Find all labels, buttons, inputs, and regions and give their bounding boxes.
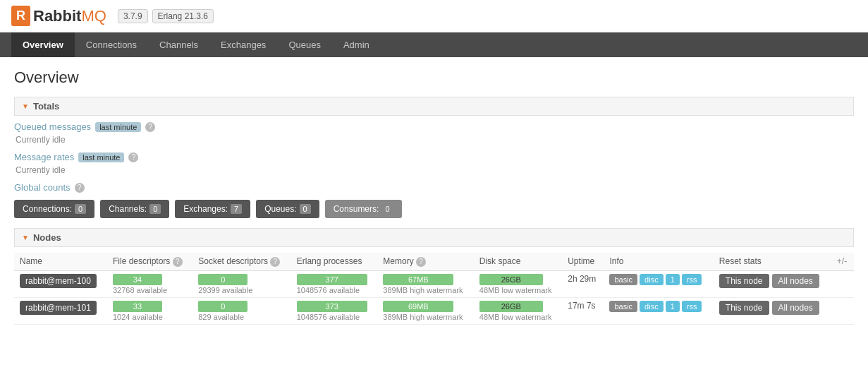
message-rates-badge[interactable]: last minute [78,152,124,162]
disk-value: 26GB [479,301,543,312]
erlang-sub: 1048576 available [297,286,372,294]
erlang-sub: 1048576 available [297,313,372,321]
file-desc-help[interactable]: ? [173,257,183,267]
channels-counter[interactable]: Channels: 0 [100,200,169,218]
queued-help[interactable]: ? [145,122,155,132]
queues-label: Queues: [264,204,296,214]
erlang-value: 373 [297,301,367,312]
badge-rss[interactable]: rss [682,301,702,312]
socket-desc-cell: 0829 available [192,297,291,324]
content: Overview ▼ Totals Queued messages last m… [0,57,868,336]
badge-rss[interactable]: rss [682,274,702,285]
nav-overview[interactable]: Overview [11,32,75,57]
erlang-value: 377 [297,274,367,285]
socket-desc-value: 0 [198,301,247,312]
queued-badge[interactable]: last minute [95,122,141,132]
memory-help[interactable]: ? [416,257,426,267]
reset-this-node[interactable]: This node [719,301,769,315]
col-disk: Disk space [474,253,562,270]
reset-cell: This nodeAll nodes [714,297,831,324]
node-name: rabbit@mem-101 [20,301,97,315]
totals-arrow: ▼ [22,102,29,110]
global-counts-help[interactable]: ? [75,183,85,193]
queues-counter[interactable]: Queues: 0 [256,200,319,218]
logo-rabbit: Rabbit [33,7,81,25]
badge-disc[interactable]: disc [640,301,664,312]
file-desc-sub: 1024 available [113,313,187,321]
node-name: rabbit@mem-100 [20,274,97,288]
reset-all-nodes[interactable]: All nodes [772,274,819,288]
queued-messages-row: Queued messages last minute ? [14,121,854,132]
disk-value: 26GB [479,274,543,285]
nodes-section-header: ▼ Nodes [14,228,854,247]
disk-sub: 48MB low watermark [479,313,556,321]
plusminus-cell [831,297,854,324]
logo-text: RabbitMQ [33,7,106,25]
badge-basic[interactable]: basic [609,301,637,312]
col-reset: Reset stats [714,253,831,270]
badge-num[interactable]: 1 [666,301,680,312]
version-badge: 3.7.9 [118,9,148,23]
message-rates-label: Message rates [14,152,74,162]
logo-mq: MQ [81,7,106,25]
queued-messages-label: Queued messages [14,121,91,132]
consumers-count: 0 [381,204,393,214]
consumers-label: Consumers: [334,204,379,214]
erlang-cell: 3771048576 available [291,270,378,297]
badge-disc[interactable]: disc [640,274,664,285]
uptime-cell: 17m 7s [562,297,604,324]
connections-counter[interactable]: Connections: 0 [14,200,94,218]
disk-cell: 26GB48MB low watermark [474,297,562,324]
exchanges-count: 7 [231,204,242,214]
erlang-badge: Erlang 21.3.6 [152,9,214,23]
connections-label: Connections: [23,204,72,214]
counter-buttons: Connections: 0 Channels: 0 Exchanges: 7 … [14,200,854,218]
file-desc-sub: 32768 available [113,286,187,294]
message-rates-row: Message rates last minute ? [14,152,854,162]
nav-admin[interactable]: Admin [332,32,381,57]
nav-queues[interactable]: Queues [277,32,332,57]
disk-sub: 48MB low watermark [479,286,556,294]
exchanges-counter[interactable]: Exchanges: 7 [175,200,250,218]
col-file-desc: File descriptors ? [107,253,192,270]
connections-count: 0 [75,204,86,214]
nav-exchanges[interactable]: Exchanges [209,32,277,57]
memory-cell: 67MB389MB high watermark [377,270,473,297]
nodes-arrow: ▼ [22,234,29,241]
badge-basic[interactable]: basic [609,274,637,285]
col-memory: Memory ? [377,253,473,270]
col-erlang: Erlang processes [291,253,378,270]
table-row: rabbit@mem-101331024 available0829 avail… [14,297,854,324]
message-rates-help[interactable]: ? [128,152,138,162]
reset-this-node[interactable]: This node [719,274,769,288]
consumers-counter[interactable]: Consumers: 0 [325,200,402,218]
col-plusminus[interactable]: +/- [831,253,854,270]
memory-cell: 69MB389MB high watermark [377,297,473,324]
col-uptime: Uptime [562,253,604,270]
file-desc-cell: 331024 available [107,297,192,324]
col-info: Info [604,253,713,270]
col-name: Name [14,253,107,270]
socket-desc-cell: 029399 available [192,270,291,297]
badge-num[interactable]: 1 [666,274,680,285]
global-counts-label: Global counts [14,182,71,193]
info-cell: basicdisc1rss [604,297,713,324]
plusminus-cell [831,270,854,297]
socket-desc-sub: 829 available [198,313,286,321]
nodes-table: Name File descriptors ? Socket descripto… [14,253,854,325]
reset-all-nodes[interactable]: All nodes [772,301,819,315]
totals-title: Totals [33,101,59,112]
nav-connections[interactable]: Connections [75,32,148,57]
queues-count: 0 [300,204,311,214]
memory-sub: 389MB high watermark [383,286,467,294]
socket-desc-value: 0 [198,274,247,285]
node-name-cell: rabbit@mem-101 [14,297,107,324]
nodes-title: Nodes [33,232,61,243]
nav-channels[interactable]: Channels [148,32,209,57]
message-rates-status: Currently idle [16,165,854,175]
socket-desc-help[interactable]: ? [270,257,280,267]
queued-status: Currently idle [16,135,854,145]
nodes-header-row: Name File descriptors ? Socket descripto… [14,253,854,270]
memory-value: 69MB [383,301,453,312]
header: R RabbitMQ 3.7.9 Erlang 21.3.6 [0,0,868,32]
